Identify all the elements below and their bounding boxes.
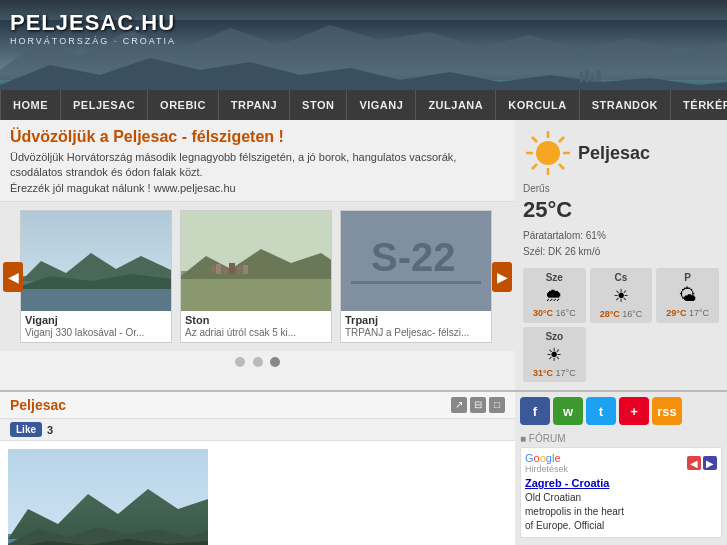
forecast-temps-2: 29°C 17°C (660, 308, 715, 318)
svg-rect-5 (585, 70, 589, 82)
ad-title[interactable]: Zagreb - Croatia (525, 477, 717, 489)
expand-icon[interactable]: ↗ (451, 397, 467, 413)
slide-0: ViganjViganj 330 lakosával - Or... (20, 210, 172, 343)
weather-condition: Derűs (523, 183, 719, 194)
svg-line-31 (559, 137, 564, 142)
forecast-icon-1: ☀ (594, 285, 649, 307)
dot-3[interactable] (270, 357, 280, 367)
nav-item-terkep[interactable]: TÉRKÉP (671, 90, 727, 120)
nav-item-strandok[interactable]: STRANDOK (580, 90, 671, 120)
forecast-icon-0: 🌧 (527, 285, 582, 306)
nav-bar: HOMEPELJESACOREBICTRPANJSTONVIGANJZULJAN… (0, 90, 727, 120)
logo-area: PELJESAC.HU HORVÁTORSZÁG · CROATIA (10, 10, 176, 46)
svg-point-24 (536, 141, 560, 165)
google-ads-panel: Google Hirdetések ◀ ▶ Zagreb - Croatia O… (520, 447, 722, 538)
svg-rect-23 (351, 281, 481, 284)
svg-line-30 (559, 164, 564, 169)
welcome-section: Üdvözöljük a Peljesac - félszigeten ! Üd… (0, 120, 515, 202)
image-slider: ◀ ViganjViganj 330 lakosával - Or...Ston… (0, 202, 515, 351)
weather-header: Peljesac (523, 128, 719, 178)
site-title: PELJESAC.HU (10, 10, 176, 36)
share-icon[interactable]: □ (489, 397, 505, 413)
nav-item-korcula[interactable]: KORCULA (496, 90, 580, 120)
nav-item-ston[interactable]: STON (290, 90, 347, 120)
slider-dots (0, 351, 515, 373)
bottom-icons: ↗ ⊟ □ (451, 397, 505, 413)
like-count: 3 (47, 424, 53, 436)
ad-body: Old Croatian metropolis in the heart of … (525, 491, 717, 533)
welcome-text: Üdvözöljük Horvátország második legnagyo… (10, 150, 505, 196)
nav-item-trpanj[interactable]: TRPANJ (219, 90, 290, 120)
sun-icon (523, 128, 573, 178)
ads-next-button[interactable]: ▶ (703, 456, 717, 470)
ads-nav: ◀ ▶ (687, 456, 717, 470)
main-content: Üdvözöljük a Peljesac - félszigeten ! Üd… (0, 120, 727, 390)
forecast-day-name-3: Szo (527, 331, 582, 342)
dot-1[interactable] (235, 357, 245, 367)
facebook-like-button[interactable]: Like (10, 422, 42, 437)
social-icons: fwt+rss (520, 397, 722, 425)
bottom-content (0, 441, 515, 545)
forecast-grid: Sze 🌧 30°C 16°C Cs ☀ 28°C 16°C P 🌤 29°C … (523, 268, 719, 382)
svg-line-29 (532, 137, 537, 142)
weather-city: Peljesac (578, 143, 650, 164)
svg-rect-6 (591, 73, 594, 82)
svg-line-32 (532, 164, 537, 169)
site-subtitle: HORVÁTORSZÁG · CROATIA (10, 36, 176, 46)
forecast-icon-2: 🌤 (660, 285, 715, 306)
forecast-day-name-2: P (660, 272, 715, 283)
svg-text:S-22: S-22 (371, 235, 456, 279)
svg-rect-7 (596, 71, 601, 82)
weather-temperature: 25°C (523, 197, 719, 223)
slide-image-1 (181, 211, 332, 311)
nav-item-peljesac[interactable]: PELJESAC (61, 90, 148, 120)
svg-rect-18 (229, 263, 235, 274)
nav-item-viganj[interactable]: VIGANJ (347, 90, 416, 120)
left-column: Üdvözöljük a Peljesac - félszigeten ! Üd… (0, 120, 515, 390)
google-ads-header: Google Hirdetések ◀ ▶ (525, 452, 717, 474)
twitter-icon[interactable]: t (586, 397, 616, 425)
svg-rect-19 (237, 266, 241, 274)
print-icon[interactable]: ⊟ (470, 397, 486, 413)
slide-caption-0: Viganj 330 lakosával - Or... (21, 327, 171, 342)
ads-label: Hirdetések (525, 464, 568, 474)
forecast-day-name-0: Sze (527, 272, 582, 283)
slides-container: ViganjViganj 330 lakosával - Or...StonAz… (20, 210, 495, 343)
plus-icon[interactable]: + (619, 397, 649, 425)
forecast-day-3: Szo ☀ 31°C 17°C (523, 327, 586, 382)
rss-icon[interactable]: rss (652, 397, 682, 425)
slide-2: S-22TrpanjTRPANJ a Peljesac- félszi... (340, 210, 492, 343)
slider-next-button[interactable]: ▶ (492, 262, 512, 292)
google-logo: Google (525, 452, 568, 464)
facebook-icon[interactable]: f (520, 397, 550, 425)
svg-rect-4 (580, 72, 583, 82)
forecast-temps-0: 30°C 16°C (527, 308, 582, 318)
weather-details: Páratartalom: 61% Szél: DK 26 km/ó (523, 228, 719, 260)
website-icon[interactable]: w (553, 397, 583, 425)
bottom-right: fwt+rss FÓRUM Google Hirdetések ◀ ▶ Zagr… (515, 392, 727, 545)
slide-image-2: S-22 (341, 211, 492, 311)
dot-2[interactable] (253, 357, 263, 367)
forecast-day-1: Cs ☀ 28°C 16°C (590, 268, 653, 323)
nav-item-orebic[interactable]: OREBIC (148, 90, 219, 120)
weather-panel: Peljesac Derűs 25°C Páratartalom: 61% Sz… (515, 120, 727, 390)
slide-image-0 (21, 211, 172, 311)
svg-rect-15 (211, 266, 215, 274)
nav-item-home[interactable]: HOME (0, 90, 61, 120)
slider-prev-button[interactable]: ◀ (3, 262, 23, 292)
welcome-title: Üdvözöljük a Peljesac - félszigeten ! (10, 128, 505, 146)
landscape-image (8, 449, 208, 545)
forecast-day-name-1: Cs (594, 272, 649, 283)
slide-title-0: Viganj (21, 311, 171, 327)
header: PELJESAC.HU HORVÁTORSZÁG · CROATIA (0, 0, 727, 90)
forecast-day-0: Sze 🌧 30°C 16°C (523, 268, 586, 323)
bottom-header: Peljesac ↗ ⊟ □ (0, 392, 515, 419)
ads-prev-button[interactable]: ◀ (687, 456, 701, 470)
bottom-section-title: Peljesac (10, 397, 66, 413)
slide-1: StonAz adriai útról csak 5 ki... (180, 210, 332, 343)
slide-title-2: Trpanj (341, 311, 491, 327)
nav-item-zuljana[interactable]: ZULJANA (416, 90, 496, 120)
svg-rect-17 (223, 267, 227, 274)
facebook-like-area: Like 3 (0, 419, 515, 441)
forecast-temps-1: 28°C 16°C (594, 309, 649, 319)
